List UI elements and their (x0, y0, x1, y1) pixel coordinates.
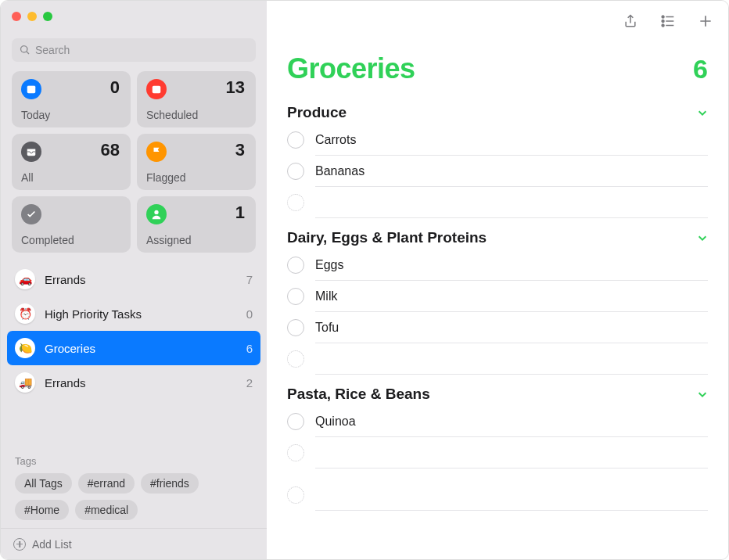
reminder-title[interactable]: Quinoa (315, 406, 708, 437)
smart-assigned-count: 1 (235, 203, 245, 223)
tray-icon (21, 142, 41, 162)
reminder-title[interactable] (315, 343, 708, 375)
section-header: Produce (287, 93, 708, 124)
my-lists: 🚗Errands7⏰High Priority Tasks0🍋Groceries… (1, 262, 267, 451)
reminder-item[interactable]: Quinoa (287, 406, 708, 437)
list-name: Errands (45, 376, 246, 389)
tags-section: Tags All Tags#errand#friends#Home#medica… (1, 451, 267, 528)
window-maximize-button[interactable] (43, 12, 52, 21)
reminder-title[interactable] (315, 187, 708, 218)
smart-today-count: 0 (110, 77, 120, 98)
add-reminder-circle[interactable] (287, 444, 304, 461)
sidebar-list-errands[interactable]: 🚗Errands7 (1, 262, 267, 296)
smart-assigned[interactable]: 1 Assigned (137, 196, 256, 253)
smart-flagged-label: Flagged (146, 171, 186, 184)
reminder-title[interactable]: Eggs (315, 249, 708, 281)
sidebar-list-high-priority-tasks[interactable]: ⏰High Priority Tasks0 (1, 296, 267, 331)
sidebar-list-errands[interactable]: 🚚Errands2 (1, 365, 267, 400)
reminder-title[interactable] (315, 479, 708, 511)
window-close-button[interactable] (12, 12, 21, 21)
new-reminder-placeholder[interactable] (287, 187, 708, 218)
smart-completed-label: Completed (21, 234, 74, 246)
window-minimize-button[interactable] (27, 12, 37, 21)
new-reminder-placeholder[interactable] (287, 479, 708, 511)
tag-friends[interactable]: #friends (141, 473, 199, 494)
reminder-item[interactable]: Carrots (287, 124, 708, 156)
new-reminder-placeholder[interactable] (287, 343, 708, 375)
reminder-item[interactable]: Bananas (287, 156, 708, 187)
search-input[interactable] (35, 44, 248, 56)
reminder-item[interactable]: Eggs (287, 249, 708, 281)
list-total-count: 6 (693, 54, 708, 84)
complete-toggle[interactable] (287, 257, 304, 274)
list-emoji-icon: 🚚 (15, 372, 35, 393)
section-title: Pasta, Rice & Beans (287, 386, 697, 403)
list-emoji-icon: ⏰ (15, 303, 35, 324)
svg-point-4 (662, 16, 664, 18)
section-pasta-rice-beans: Pasta, Rice & BeansQuinoa (267, 375, 728, 468)
section-title: Dairy, Eggs & Plant Proteins (287, 229, 697, 246)
smart-completed[interactable]: Completed (12, 196, 131, 253)
new-reminder-button[interactable] (697, 13, 714, 30)
smart-scheduled-label: Scheduled (146, 109, 198, 121)
list-emoji-icon: 🍋 (15, 338, 35, 358)
reminder-title[interactable]: Milk (315, 281, 708, 312)
calendar-today-icon (21, 79, 41, 99)
reminder-item[interactable]: Milk (287, 281, 708, 312)
complete-toggle[interactable] (287, 163, 304, 180)
smart-scheduled[interactable]: 13 Scheduled (137, 71, 256, 127)
add-list-button[interactable]: Add List (1, 528, 267, 559)
list-name: Errands (45, 273, 246, 286)
tag-home[interactable]: #Home (15, 500, 69, 520)
person-icon (146, 204, 167, 224)
complete-toggle[interactable] (287, 413, 304, 430)
new-reminder-placeholder[interactable] (287, 437, 708, 468)
list-title: Groceries (287, 52, 693, 85)
sidebar-list-groceries[interactable]: 🍋Groceries6 (7, 331, 260, 365)
section-header: Pasta, Rice & Beans (287, 375, 708, 406)
chevron-down-icon[interactable] (697, 389, 708, 400)
add-reminder-circle[interactable] (287, 486, 304, 504)
reminder-title[interactable]: Tofu (315, 312, 708, 343)
tag-medical[interactable]: #medical (75, 500, 138, 520)
section-title: Produce (287, 104, 697, 121)
smart-today[interactable]: 0 Today (12, 71, 131, 127)
smart-lists-grid: 0 Today 13 Scheduled 68 All 3 Flagged (1, 71, 267, 253)
reminder-title[interactable]: Carrots (315, 124, 708, 156)
smart-all[interactable]: 68 All (12, 134, 131, 190)
view-options-button[interactable] (659, 13, 677, 30)
list-count: 7 (246, 273, 253, 286)
add-reminder-circle[interactable] (287, 194, 304, 211)
list-name: Groceries (45, 342, 246, 355)
smart-flagged[interactable]: 3 Flagged (137, 134, 256, 190)
chevron-down-icon[interactable] (697, 107, 708, 118)
list-count: 2 (246, 376, 253, 389)
reminder-title[interactable]: Bananas (315, 156, 708, 187)
add-reminder-circle[interactable] (287, 350, 304, 368)
window-controls (1, 1, 267, 32)
list-emoji-icon: 🚗 (15, 269, 35, 289)
chevron-down-icon[interactable] (697, 232, 708, 243)
smart-today-label: Today (21, 109, 50, 121)
add-list-label: Add List (32, 538, 72, 551)
complete-toggle[interactable] (287, 319, 304, 336)
tag-errand[interactable]: #errand (78, 473, 135, 494)
section-produce: ProduceCarrotsBananas (267, 93, 728, 218)
complete-toggle[interactable] (287, 288, 304, 305)
svg-rect-1 (27, 86, 36, 88)
share-button[interactable] (622, 13, 639, 30)
sidebar: 0 Today 13 Scheduled 68 All 3 Flagged (1, 1, 267, 559)
smart-all-count: 68 (101, 140, 120, 160)
reminder-item[interactable]: Tofu (287, 312, 708, 343)
section-header: Dairy, Eggs & Plant Proteins (287, 218, 708, 249)
reminder-title[interactable] (315, 437, 708, 468)
search-field[interactable] (12, 38, 256, 62)
checkmark-icon (21, 204, 41, 224)
complete-toggle[interactable] (287, 131, 304, 149)
main-panel: Groceries 6 ProduceCarrotsBananas Dairy,… (267, 1, 728, 559)
smart-scheduled-count: 13 (226, 77, 245, 98)
flag-icon (146, 142, 167, 162)
tag-alltags[interactable]: All Tags (15, 473, 72, 494)
list-header: Groceries 6 (267, 41, 728, 93)
list-count: 0 (246, 307, 253, 321)
